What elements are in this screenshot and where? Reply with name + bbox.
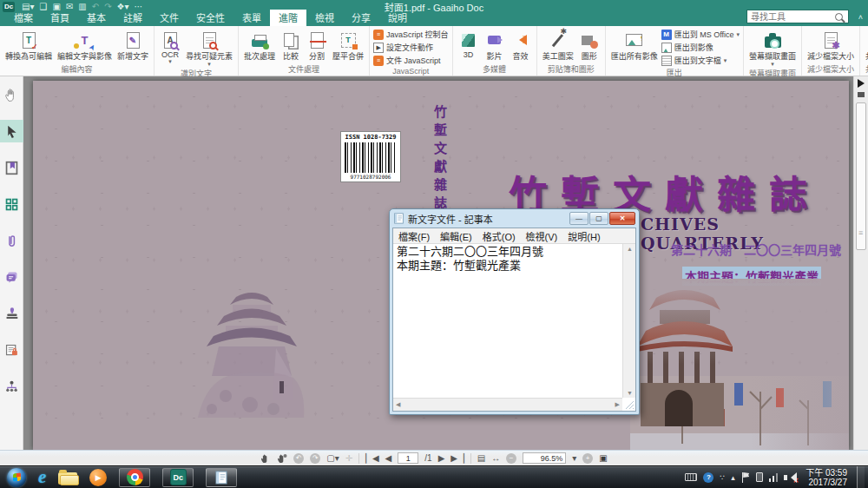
menu-view[interactable]: 檢視(V): [521, 229, 563, 243]
internet-explorer-icon[interactable]: e: [38, 466, 46, 488]
tab-form[interactable]: 表單: [233, 10, 270, 26]
next-page-icon[interactable]: ▶: [438, 454, 445, 463]
scroll-up-icon[interactable]: ▲: [627, 246, 633, 252]
attachments-panel-button[interactable]: [0, 229, 23, 252]
search-input[interactable]: [747, 12, 835, 22]
action-center-icon[interactable]: [741, 472, 750, 483]
hand-tool-button[interactable]: [0, 83, 23, 106]
zoom-dropdown-icon[interactable]: ▾: [572, 454, 576, 463]
previous-view-icon[interactable]: ↶: [293, 453, 304, 464]
notepad-text-area[interactable]: 第二十六期二〇〇三年四月號 本期主題：竹塹觀光產業: [393, 244, 635, 411]
input-method-icon[interactable]: [685, 473, 697, 481]
show-desktop-button[interactable]: [857, 466, 865, 488]
zoom-level-input[interactable]: 96.5%: [523, 452, 566, 464]
fit-width-icon[interactable]: ↔: [491, 454, 500, 463]
next-view-icon[interactable]: ↷: [310, 453, 320, 464]
bookmarks-panel-button[interactable]: [0, 156, 23, 179]
notepad-task-button[interactable]: [206, 468, 237, 487]
panel-expand-icon[interactable]: [858, 79, 868, 88]
menu-edit[interactable]: 編輯(E): [435, 229, 477, 243]
media-player-icon[interactable]: ▶: [89, 469, 107, 486]
fullscreen-icon[interactable]: ▣: [599, 454, 607, 463]
collaborate-button[interactable]: 共同編輯: [864, 29, 868, 63]
share-panel-button[interactable]: [0, 375, 23, 398]
tab-basic[interactable]: 基本: [78, 10, 115, 26]
help-tray-icon[interactable]: ?: [703, 472, 713, 483]
add-text-button[interactable]: ✎ 新增文字: [115, 29, 150, 63]
zoom-in-icon[interactable]: +: [582, 453, 593, 464]
panel-mini-icon[interactable]: [858, 92, 865, 97]
find-suspects-button[interactable]: 尋找可疑元素 ▾: [184, 29, 234, 67]
3d-button[interactable]: 3D: [457, 29, 481, 60]
export-all-images-button[interactable]: 匯出所有影像: [609, 29, 660, 63]
export-to-office-button[interactable]: 匯出到 MS Office▾: [661, 29, 740, 40]
last-page-icon[interactable]: ▶▕: [450, 454, 464, 463]
tab-file[interactable]: 檔案: [5, 10, 42, 26]
previous-page-icon[interactable]: ◀: [385, 454, 392, 463]
notepad-horizontal-scrollbar[interactable]: ◀ ▶: [393, 398, 622, 411]
set-document-action-button[interactable]: 設定文件動作: [373, 42, 449, 53]
edit-text-image-button[interactable]: T 編輯文字與影像: [56, 29, 114, 63]
network-icon[interactable]: [769, 472, 779, 482]
screenshot-button[interactable]: 螢幕擷取畫面 ▾: [747, 29, 798, 67]
export-to-text-button[interactable]: 匯出到文字檔▾: [661, 55, 740, 66]
security-panel-button[interactable]: [0, 339, 23, 361]
tab-home[interactable]: 首頁: [42, 10, 78, 26]
tab-advanced[interactable]: 進階: [270, 10, 306, 26]
vertical-scrollbar-thumb[interactable]: [856, 102, 866, 250]
menu-format[interactable]: 格式(O): [477, 229, 521, 243]
compare-button[interactable]: 比較: [279, 29, 303, 63]
search-box[interactable]: [746, 10, 849, 23]
page-display-mode-icon[interactable]: ▢▾: [326, 454, 339, 463]
menu-file[interactable]: 檔案(F): [393, 229, 435, 243]
volume-muted-icon[interactable]: ✕: [784, 472, 796, 483]
export-to-image-button[interactable]: 匯出到影像: [661, 42, 740, 53]
chrome-task-button[interactable]: [119, 468, 150, 487]
tab-help[interactable]: 說明: [379, 10, 416, 26]
maximize-button[interactable]: ▢: [589, 212, 608, 225]
video-button[interactable]: 影片: [483, 29, 507, 63]
menu-help[interactable]: 說明(H): [562, 229, 605, 243]
minimize-button[interactable]: —: [569, 212, 589, 225]
clipart-button[interactable]: 美工圖案: [541, 29, 575, 63]
tray-dots-icon[interactable]: ∵: [720, 473, 725, 482]
resize-grip[interactable]: [625, 400, 634, 409]
tab-security[interactable]: 安全性: [187, 10, 233, 26]
convert-to-editable-button[interactable]: T 轉換為可編輯: [3, 29, 54, 63]
tablet-pen-icon[interactable]: [756, 472, 763, 482]
close-button[interactable]: ✕: [609, 212, 635, 225]
document-javascript-button[interactable]: 文件 JavaScript: [373, 55, 449, 66]
collapse-ribbon-icon[interactable]: ˄: [858, 13, 863, 22]
pan-tool-icon[interactable]: [260, 453, 271, 464]
ocr-button[interactable]: A OCR ▾: [158, 29, 182, 64]
thumbnails-panel-button[interactable]: [0, 193, 23, 215]
notepad-window[interactable]: 新文字文件 - 記事本 — ▢ ✕ 檔案(F) 編輯(E) 格式(O) 檢視(V…: [389, 208, 640, 415]
select-tool-button[interactable]: [0, 120, 23, 142]
notepad-title-bar[interactable]: 新文字文件 - 記事本 — ▢ ✕: [390, 209, 639, 228]
comments-panel-button[interactable]: [0, 266, 23, 288]
split-button[interactable]: 分割: [305, 29, 329, 63]
start-button[interactable]: [7, 468, 26, 487]
scroll-left-icon[interactable]: ◀: [396, 401, 400, 408]
actual-size-icon[interactable]: ▤: [477, 454, 485, 463]
first-page-icon[interactable]: ▏◀: [365, 454, 378, 463]
tab-document[interactable]: 文件: [151, 10, 187, 26]
page-number-input[interactable]: 1: [398, 452, 418, 464]
tab-comment[interactable]: 註解: [115, 10, 151, 26]
stamps-panel-button[interactable]: [0, 302, 23, 325]
scroll-down-icon[interactable]: ▼: [627, 390, 633, 396]
select-hand-icon[interactable]: [277, 453, 287, 464]
show-hidden-icons[interactable]: ▴: [731, 473, 735, 482]
scroll-right-icon[interactable]: ▶: [615, 401, 620, 408]
batch-process-button[interactable]: 批次處理: [242, 29, 277, 63]
taskbar-clock[interactable]: 下午 03:59 2017/3/27: [802, 468, 851, 487]
notepad-vertical-scrollbar[interactable]: ▲ ▼: [622, 244, 635, 398]
gaaiho-doc-task-button[interactable]: Dc: [162, 468, 194, 487]
tab-view[interactable]: 檢視: [306, 10, 343, 26]
reduce-file-size-button[interactable]: 減少檔案大小: [806, 29, 856, 63]
js-console-button[interactable]: JavaScript 控制台: [373, 29, 449, 40]
audio-button[interactable]: 音效: [509, 29, 533, 63]
shapes-button[interactable]: 圖形: [577, 29, 602, 63]
tab-share[interactable]: 分享: [343, 10, 379, 26]
file-explorer-icon[interactable]: [58, 472, 77, 485]
